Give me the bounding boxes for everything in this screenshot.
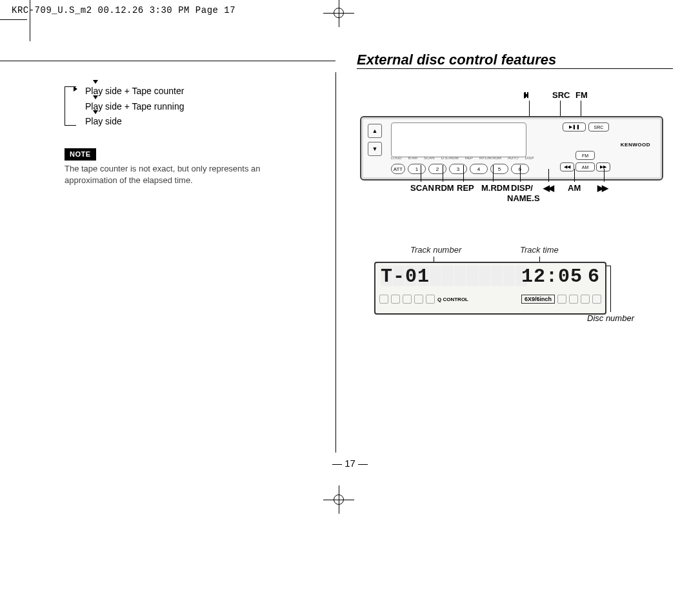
callout-rdm: RDM	[435, 183, 454, 193]
callout-fwd-icon: ▶▶	[597, 183, 606, 193]
att-button-icon: ATT	[391, 164, 405, 174]
indicator-icon	[557, 295, 566, 304]
cycle-diagram: Play side + Tape counter Play side + Tap…	[65, 84, 310, 130]
indicator-icon	[426, 295, 435, 304]
callout-disp: DISP/	[511, 183, 533, 193]
fwd-button-icon: ▶▶	[596, 162, 610, 171]
cycle-item: Play side	[81, 114, 310, 130]
preset-button: 3	[449, 164, 467, 174]
note-badge: NOTE	[65, 148, 96, 161]
indicator-icon	[414, 295, 423, 304]
car-stereo-faceplate-icon: ▲ ▼ LOUDB.NR SCAND.S./RDM REPMTL/M.RDM A…	[360, 116, 663, 181]
callout-am: AM	[568, 183, 581, 193]
cycle-item: Play side + Tape counter	[81, 84, 310, 99]
src-button-icon: SRC	[588, 122, 609, 132]
note-block: NOTE The tape counter is not exact, but …	[65, 148, 310, 187]
cycle-item: Play side + Tape running	[81, 99, 310, 115]
horizontal-rule	[0, 61, 335, 61]
down-button-icon: ▼	[368, 142, 382, 156]
preset-button: 1	[408, 164, 426, 174]
doc-header: KRC-709_U.S_m2 00.12.26 3:30 PM Page 17	[12, 5, 235, 15]
rew-button-icon: ◀◀	[560, 162, 574, 171]
callout-src: SRC	[552, 90, 570, 100]
callout-line	[610, 266, 611, 312]
indicator-icon	[581, 295, 590, 304]
section-title: External disc control features	[357, 52, 673, 69]
note-text: The tape counter is not exact, but only …	[65, 163, 310, 186]
q-control-label: Q CONTROL	[437, 297, 468, 302]
indicator-icon	[569, 295, 578, 304]
crop-mark	[0, 19, 27, 20]
indicator-icon	[592, 295, 601, 304]
am-button-icon: AM	[575, 162, 595, 171]
preset-button: 4	[470, 164, 488, 174]
indicator-icon	[391, 295, 400, 304]
crop-mark	[30, 0, 30, 41]
disc-number-value: 6	[588, 266, 600, 288]
track-time-label: Track time	[520, 245, 559, 255]
preset-button: 2	[428, 164, 446, 174]
disc-number-label: Disc number	[587, 313, 634, 323]
page-number: — 17 —	[0, 458, 700, 469]
speaker-size-badge: 6X9/6inch	[521, 295, 555, 304]
callout-scan: SCAN	[410, 183, 434, 193]
brand-logo: KENWOOD	[621, 142, 650, 148]
play-pause-src-button-icon: ▶❚❚	[563, 122, 586, 132]
track-time-value: 12:05	[521, 266, 583, 288]
callout-names: NAME.S	[507, 193, 540, 203]
callout-line	[606, 266, 610, 266]
indicator-icon	[379, 295, 388, 304]
indicator-icon	[403, 295, 412, 304]
lcd-display: ████████████ T-01 12:05 6 Q CONTROL 6X9/…	[374, 262, 606, 315]
track-number-label: Track number	[410, 245, 461, 255]
track-number-value: T-01	[381, 266, 430, 288]
callout-rep: REP	[457, 183, 474, 193]
fm-button-icon: FM	[575, 151, 595, 160]
up-button-icon: ▲	[368, 124, 382, 138]
callout-fm: FM	[575, 90, 588, 100]
callout-rew-icon: ◀◀	[543, 183, 552, 193]
column-divider	[335, 72, 336, 453]
callout-mrdm: M.RDM	[481, 183, 510, 193]
stereo-lcd	[391, 122, 526, 157]
